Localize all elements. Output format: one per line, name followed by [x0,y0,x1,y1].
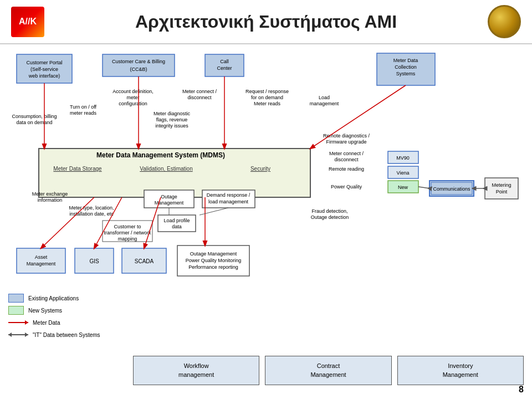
svg-text:disconnect: disconnect [187,95,212,100]
svg-text:Metering: Metering [492,182,511,188]
header: A//K Αρχιτεκτονική Συστήματος ΑΜΙ [0,0,532,44]
svg-text:Meter reads: Meter reads [254,101,281,106]
svg-text:for on demand: for on demand [251,95,283,100]
svg-text:Point: Point [496,189,508,195]
svg-text:Meter connect /: Meter connect / [182,89,217,94]
svg-text:MV90: MV90 [396,155,410,161]
svg-text:Demand response /: Demand response / [207,192,250,198]
svg-text:Center: Center [217,65,232,71]
svg-text:Management: Management [27,261,56,267]
svg-text:Customer to: Customer to [114,224,141,229]
legend-meter-data-icon [8,318,28,327]
svg-text:Outage: Outage [161,194,177,200]
svg-text:Meter Data Storage: Meter Data Storage [53,166,102,172]
legend-meter-data: Meter Data [8,318,125,327]
svg-text:GIS: GIS [89,258,99,264]
svg-marker-81 [8,332,12,337]
svg-text:Account definition,: Account definition, [112,89,154,94]
svg-text:data: data [172,224,182,229]
legend-it-data-label: "IT" Data between Systems [33,332,100,338]
svg-text:Systems: Systems [396,71,416,76]
legend-new-label: New Systems [28,308,62,314]
svg-text:Fraud detection,: Fraud detection, [311,208,347,214]
workflow-management-label: Workflow management [178,362,214,379]
svg-text:installation date, etc: installation date, etc [69,211,114,217]
svg-text:Customer Portal: Customer Portal [26,60,62,65]
coin-area [477,5,521,38]
logo-area: A//K [11,5,55,38]
svg-text:New: New [398,185,408,190]
svg-text:Request / response: Request / response [245,89,289,94]
svg-text:flags, revenue: flags, revenue [156,117,188,122]
svg-text:Security: Security [250,166,270,172]
page-number: 8 [519,385,524,395]
svg-text:Outage detection: Outage detection [311,214,349,220]
svg-text:mapping: mapping [118,236,137,242]
svg-text:Performance reporting: Performance reporting [188,264,238,270]
architecture-diagram: Customer Portal (Self-service web interf… [8,49,524,287]
svg-text:(Self-service: (Self-service [30,66,58,72]
legend-new: New Systems [8,306,125,315]
svg-text:Consumption, billing: Consumption, billing [12,114,57,119]
svg-text:Meter Data: Meter Data [393,58,418,63]
svg-text:configuration: configuration [119,101,147,106]
contract-management-label: Contract Management [310,362,346,379]
svg-text:Power Quality Monitoring: Power Quality Monitoring [186,258,242,263]
legend-new-icon [8,306,24,315]
svg-text:SCADA: SCADA [135,258,154,264]
svg-text:Customer Care & Billing: Customer Care & Billing [112,59,165,64]
inventory-management-box: Inventory Management [397,356,524,385]
svg-text:Collection: Collection [395,64,417,70]
svg-text:Asset: Asset [35,254,48,260]
page-title: Αρχιτεκτονική Συστήματος ΑΜΙ [55,12,477,32]
svg-text:load management: load management [208,199,249,204]
svg-text:transformer / network: transformer / network [104,230,151,236]
svg-text:web interface): web interface) [28,73,60,79]
svg-text:Viena: Viena [397,170,410,176]
svg-text:Remote reading: Remote reading [329,166,364,172]
svg-text:meter reads: meter reads [70,110,97,116]
svg-text:Call: Call [220,59,229,64]
svg-text:Power Quality: Power Quality [331,184,362,190]
svg-text:Load profile: Load profile [163,218,190,223]
svg-text:Turn on / off: Turn on / off [70,104,97,110]
svg-text:information: information [38,197,63,203]
svg-text:Communications: Communications [433,186,470,192]
svg-text:data on demand: data on demand [16,120,52,125]
svg-text:Outage Management: Outage Management [190,251,237,257]
svg-text:Validation, Estimation: Validation, Estimation [140,166,192,172]
svg-text:Meter diagnostic: Meter diagnostic [154,111,191,116]
svg-text:Meter connect /: Meter connect / [329,151,364,156]
svg-text:management: management [310,101,339,106]
cc-billing-box [103,54,175,76]
svg-text:Meter type, location,: Meter type, location, [69,205,114,211]
decorative-coin [488,5,521,38]
svg-text:disconnect: disconnect [334,157,359,162]
contract-management-box: Contract Management [265,356,391,385]
workflow-management-box: Workflow management [133,356,259,385]
svg-text:integrity issues: integrity issues [155,123,188,129]
bottom-boxes: Workflow management Contract Management … [133,294,524,385]
inventory-management-label: Inventory Management [443,362,478,379]
legend-it-data-icon [8,330,28,339]
legend-meter-data-label: Meter Data [33,320,60,326]
svg-text:Meter exchange: Meter exchange [32,191,68,197]
svg-text:meter: meter [126,95,139,100]
legend-existing-label: Existing Applications [28,295,79,301]
logo: A//K [11,7,44,37]
svg-text:(CC&B): (CC&B) [130,66,147,72]
svg-text:Load: Load [319,95,330,100]
legend-existing-icon [8,294,24,303]
title-area: Αρχιτεκτονική Συστήματος ΑΜΙ [55,12,477,32]
legend-existing: Existing Applications [8,294,125,303]
legend-area: Existing Applications New Systems Meter … [8,294,125,385]
svg-text:Meter Data Management System (: Meter Data Management System (MDMS) [96,151,225,159]
svg-marker-82 [25,332,28,337]
metering-point-box [485,178,518,199]
svg-text:Firmware upgrade: Firmware upgrade [326,139,366,145]
legend-it-data: "IT" Data between Systems [8,330,125,339]
bottom-area: Existing Applications New Systems Meter … [8,294,524,385]
svg-marker-79 [25,320,28,325]
main-content: Customer Portal (Self-service web interf… [0,44,532,382]
